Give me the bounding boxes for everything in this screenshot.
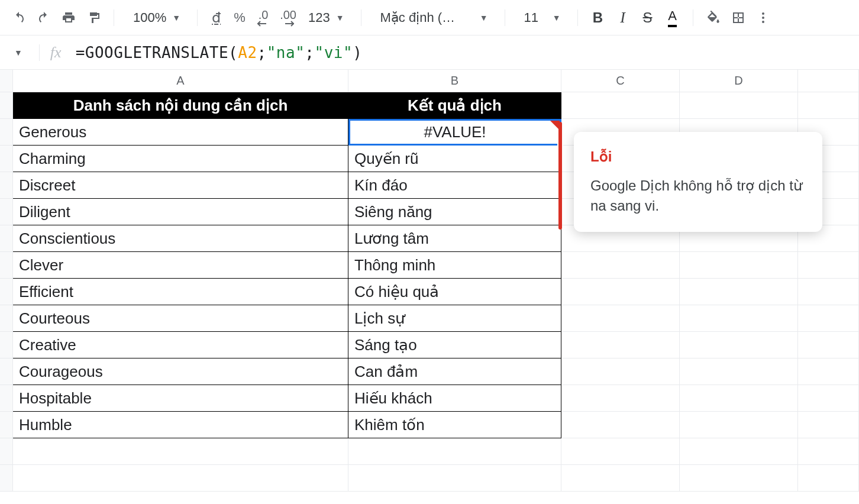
cell[interactable] — [798, 358, 859, 385]
cell[interactable]: Clever — [13, 252, 348, 279]
row-header[interactable] — [0, 465, 13, 492]
cell[interactable]: Có hiệu quả — [348, 279, 561, 305]
column-header-d[interactable]: D — [680, 70, 798, 92]
cell[interactable]: Can đảm — [348, 358, 561, 385]
row-header[interactable] — [0, 385, 13, 412]
name-box-dropdown[interactable]: ▼ — [8, 48, 28, 57]
font-size-select[interactable]: 11 ▼ — [515, 7, 568, 28]
cell[interactable]: Khiêm tốn — [348, 412, 561, 438]
cell[interactable]: Creative — [13, 332, 348, 358]
row-header[interactable] — [0, 225, 13, 252]
zoom-select[interactable]: 100% ▼ — [124, 7, 188, 28]
cell[interactable] — [348, 438, 561, 465]
row-header[interactable] — [0, 146, 13, 172]
font-family-select[interactable]: Mặc định (… ▼ — [371, 7, 495, 28]
column-header-b[interactable]: B — [348, 70, 561, 92]
borders-button[interactable] — [728, 7, 749, 28]
redo-button[interactable] — [33, 7, 54, 28]
print-button[interactable] — [58, 7, 79, 28]
cell[interactable]: Kín đáo — [348, 172, 561, 199]
cell[interactable]: Humble — [13, 412, 348, 438]
row-header[interactable] — [0, 358, 13, 385]
header-cell-b[interactable]: Kết quả dịch — [348, 92, 561, 119]
cell[interactable] — [798, 92, 859, 119]
cell[interactable] — [798, 279, 859, 305]
row-header[interactable] — [0, 412, 13, 438]
column-header-c[interactable]: C — [561, 70, 680, 92]
cell[interactable]: Efficient — [13, 279, 348, 305]
format-percent-button[interactable]: % — [229, 7, 250, 28]
cell[interactable] — [680, 438, 798, 465]
decrease-decimal-button[interactable]: .0 — [254, 7, 273, 28]
cell[interactable] — [561, 332, 680, 358]
cell[interactable]: Courageous — [13, 358, 348, 385]
format-currency-button[interactable]: ₫ — [207, 7, 225, 28]
row-header[interactable] — [0, 305, 13, 332]
cell[interactable]: Courteous — [13, 305, 348, 332]
cell[interactable] — [680, 332, 798, 358]
cell[interactable] — [561, 438, 680, 465]
cell[interactable] — [680, 305, 798, 332]
row-header[interactable] — [0, 199, 13, 225]
row-header[interactable] — [0, 119, 13, 146]
column-header-a[interactable]: A — [13, 70, 348, 92]
cell[interactable] — [798, 385, 859, 412]
cell[interactable] — [680, 412, 798, 438]
cell[interactable] — [680, 465, 798, 492]
cell[interactable] — [680, 358, 798, 385]
cell[interactable] — [561, 385, 680, 412]
cell[interactable]: Diligent — [13, 199, 348, 225]
cell[interactable] — [561, 358, 680, 385]
more-icon[interactable] — [753, 7, 774, 28]
cell[interactable]: Quyến rũ — [348, 146, 561, 172]
paint-format-button[interactable] — [83, 7, 104, 28]
cell[interactable] — [561, 279, 680, 305]
cell[interactable] — [798, 332, 859, 358]
column-header-extra[interactable] — [798, 70, 859, 92]
cell[interactable] — [798, 412, 859, 438]
italic-button[interactable]: I — [612, 7, 634, 28]
cell[interactable]: Sáng tạo — [348, 332, 561, 358]
cell[interactable] — [798, 465, 859, 492]
cell[interactable] — [680, 252, 798, 279]
row-header[interactable] — [0, 92, 13, 119]
more-formats-select[interactable]: 123 ▼ — [303, 7, 351, 28]
strikethrough-button[interactable]: S — [637, 7, 658, 28]
cell[interactable]: Thông minh — [348, 252, 561, 279]
cell[interactable] — [13, 465, 348, 492]
cell[interactable] — [798, 305, 859, 332]
cell[interactable]: Charming — [13, 146, 348, 172]
cell[interactable] — [680, 279, 798, 305]
cell[interactable] — [561, 305, 680, 332]
cell[interactable] — [561, 92, 680, 119]
cell[interactable] — [680, 385, 798, 412]
row-header[interactable] — [0, 279, 13, 305]
text-color-button[interactable]: A — [662, 7, 683, 28]
cell[interactable]: Conscientious — [13, 225, 348, 252]
cell[interactable] — [798, 252, 859, 279]
cell[interactable] — [561, 252, 680, 279]
bold-button[interactable]: B — [587, 7, 609, 28]
selected-cell[interactable]: #VALUE! — [348, 119, 561, 146]
cell[interactable] — [13, 438, 348, 465]
row-header[interactable] — [0, 332, 13, 358]
select-all-corner[interactable] — [0, 70, 13, 92]
increase-decimal-button[interactable]: .00 — [276, 7, 300, 28]
cell[interactable] — [348, 465, 561, 492]
row-header[interactable] — [0, 438, 13, 465]
row-header[interactable] — [0, 252, 13, 279]
cell[interactable] — [798, 438, 859, 465]
undo-button[interactable] — [8, 7, 30, 28]
row-header[interactable] — [0, 172, 13, 199]
cell[interactable] — [680, 92, 798, 119]
cell[interactable] — [561, 465, 680, 492]
header-cell-a[interactable]: Danh sách nội dung cần dịch — [13, 92, 348, 119]
cell[interactable]: Lương tâm — [348, 225, 561, 252]
cell[interactable] — [561, 412, 680, 438]
fill-color-button[interactable] — [703, 7, 724, 28]
cell[interactable]: Lịch sự — [348, 305, 561, 332]
cell[interactable]: Discreet — [13, 172, 348, 199]
cell[interactable]: Generous — [13, 119, 348, 146]
formula-input[interactable]: =GOOGLETRANSLATE(A2;"na";"vi") — [76, 44, 363, 62]
cell[interactable]: Hospitable — [13, 385, 348, 412]
